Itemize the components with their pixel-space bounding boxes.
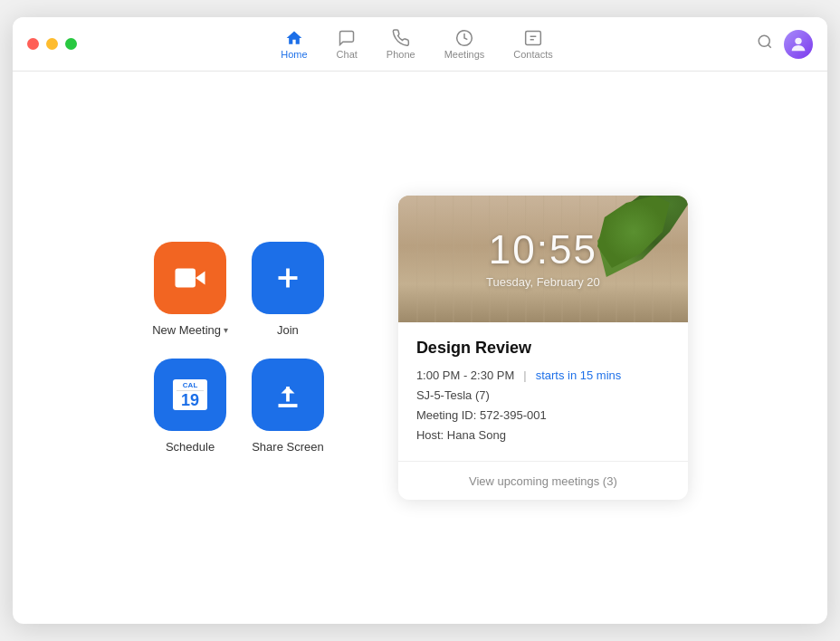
- avatar-icon: [788, 34, 808, 54]
- nav-tabs: Home Chat Phone: [281, 29, 552, 60]
- calendar-icon: CAL 19: [173, 379, 207, 411]
- meeting-id: Meeting ID: 572-395-001: [416, 408, 670, 422]
- tab-meetings-label: Meetings: [444, 49, 485, 60]
- svg-point-2: [759, 35, 769, 46]
- tab-contacts-label: Contacts: [513, 49, 552, 60]
- close-button[interactable]: [27, 38, 39, 50]
- tab-chat-label: Chat: [337, 49, 358, 60]
- svg-rect-5: [176, 269, 196, 288]
- time-display: 10:55 Tuesday, February 20: [486, 230, 600, 289]
- clock-time: 10:55: [486, 230, 600, 270]
- video-camera-icon: [174, 262, 206, 294]
- join-item: Join: [250, 242, 326, 337]
- search-button[interactable]: [757, 33, 773, 54]
- home-icon: [285, 29, 303, 47]
- meeting-card-footer: View upcoming meetings (3): [398, 461, 688, 500]
- svg-point-4: [795, 37, 801, 43]
- join-label: Join: [277, 323, 299, 337]
- schedule-button[interactable]: CAL 19: [154, 359, 226, 431]
- meeting-card-header: 10:55 Tuesday, February 20: [398, 196, 688, 322]
- meeting-title: Design Review: [416, 339, 670, 358]
- tab-phone[interactable]: Phone: [387, 29, 415, 60]
- chevron-down-icon: ▾: [224, 325, 228, 335]
- join-button[interactable]: [252, 242, 324, 314]
- title-bar: Home Chat Phone: [13, 17, 827, 72]
- meeting-card: 10:55 Tuesday, February 20 Design Review…: [398, 196, 688, 500]
- maximize-button[interactable]: [65, 38, 77, 50]
- meeting-location: SJ-5-Tesla (7): [416, 388, 670, 402]
- search-icon: [757, 33, 773, 50]
- svg-line-3: [768, 44, 770, 47]
- chat-icon: [338, 29, 356, 47]
- tab-phone-label: Phone: [387, 49, 415, 60]
- tab-home-label: Home: [281, 49, 307, 60]
- meeting-time-detail: 1:00 PM - 2:30 PM | starts in 15 mins: [416, 368, 670, 382]
- avatar[interactable]: [784, 30, 813, 59]
- header-right: [757, 30, 813, 59]
- meetings-icon: [455, 29, 473, 47]
- tab-chat[interactable]: Chat: [337, 29, 358, 60]
- separator: |: [523, 368, 526, 382]
- svg-rect-1: [526, 31, 541, 44]
- schedule-item: CAL 19 Schedule: [152, 359, 228, 454]
- main-content: New Meeting ▾ Join: [13, 72, 827, 624]
- view-upcoming-button[interactable]: View upcoming meetings (3): [469, 474, 617, 488]
- share-screen-item: Share Screen: [250, 359, 326, 454]
- app-window: Home Chat Phone: [13, 17, 827, 624]
- starts-in-badge: starts in 15 mins: [536, 368, 622, 382]
- new-meeting-label: New Meeting ▾: [152, 323, 228, 337]
- tab-contacts[interactable]: Contacts: [513, 29, 552, 60]
- minimize-button[interactable]: [46, 38, 58, 50]
- share-screen-icon: [272, 378, 304, 411]
- new-meeting-item: New Meeting ▾: [152, 242, 228, 337]
- phone-icon: [392, 29, 410, 47]
- meeting-card-body: Design Review 1:00 PM - 2:30 PM | starts…: [398, 322, 688, 461]
- contacts-icon: [524, 29, 542, 47]
- schedule-label: Schedule: [166, 440, 215, 454]
- quick-actions: New Meeting ▾ Join: [152, 242, 326, 454]
- share-screen-label: Share Screen: [252, 440, 324, 454]
- meeting-host: Host: Hana Song: [416, 428, 670, 442]
- share-screen-button[interactable]: [252, 359, 324, 431]
- tab-home[interactable]: Home: [281, 29, 307, 60]
- meeting-time-range: 1:00 PM - 2:30 PM: [416, 368, 514, 382]
- plus-icon: [272, 262, 304, 294]
- clock-date: Tuesday, February 20: [486, 275, 600, 289]
- tab-meetings[interactable]: Meetings: [444, 29, 485, 60]
- new-meeting-button[interactable]: [154, 242, 226, 314]
- window-controls: [27, 38, 77, 50]
